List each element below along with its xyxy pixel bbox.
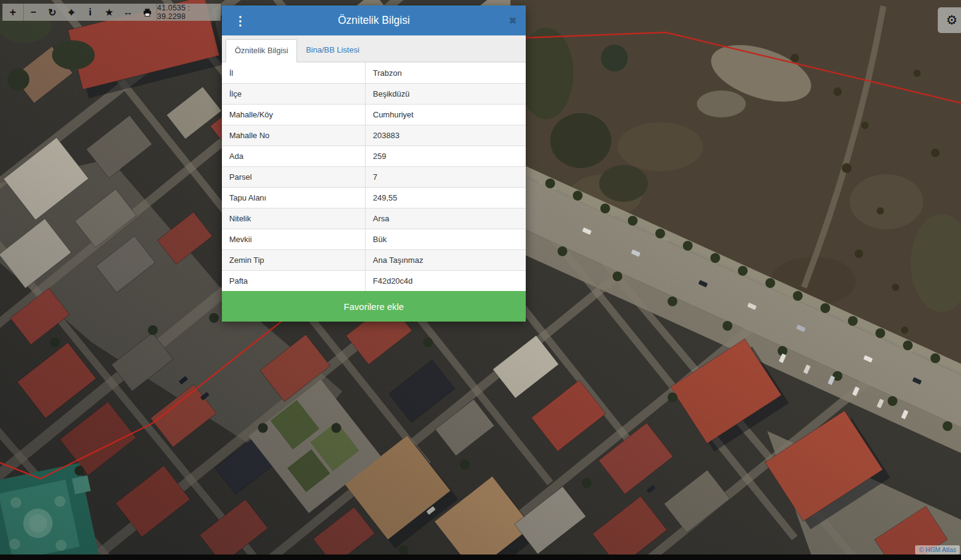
map-toolbar: + − ↻ ⌖ i ★ ↔ 41.0535 : 39.2298 bbox=[2, 4, 221, 21]
row-label: Parsel bbox=[222, 167, 365, 187]
tab-bina-bb-listesi[interactable]: Bina/BB Listesi bbox=[297, 39, 367, 62]
row-value: Ana Taşınmaz bbox=[365, 250, 526, 270]
minus-icon: − bbox=[31, 7, 36, 18]
refresh-icon: ↻ bbox=[48, 7, 56, 18]
row-label: Mahalle/Köy bbox=[222, 105, 365, 125]
table-row: Nitelik Arsa bbox=[222, 208, 526, 229]
star-icon: ★ bbox=[105, 7, 113, 17]
crosshair-icon: ⌖ bbox=[68, 6, 74, 19]
measure-button[interactable]: ↔ bbox=[119, 4, 138, 21]
zoom-in-button[interactable]: + bbox=[2, 4, 23, 21]
settings-button[interactable]: ⚙ bbox=[938, 7, 961, 33]
row-value: 7 bbox=[365, 167, 526, 187]
row-label: Pafta bbox=[222, 271, 365, 291]
tab-oznitelik-bilgisi[interactable]: Öznitelik Bilgisi bbox=[226, 39, 297, 62]
modal-title: Öznitelik Bilgisi bbox=[222, 14, 526, 27]
row-value: Cumhuriyet bbox=[365, 105, 526, 125]
row-label: Nitelik bbox=[222, 208, 365, 229]
gear-icon: ⚙ bbox=[946, 13, 958, 28]
print-button[interactable] bbox=[138, 4, 156, 21]
add-to-favorites-button[interactable]: Favorilere ekle bbox=[222, 291, 526, 322]
modal-header[interactable]: ⋮ Öznitelik Bilgisi ✖ bbox=[222, 6, 526, 35]
table-row: Tapu Alanı 249,55 bbox=[222, 187, 526, 208]
locate-button[interactable]: ⌖ bbox=[62, 4, 81, 21]
table-row: Ada 259 bbox=[222, 146, 526, 166]
row-value: 203883 bbox=[365, 125, 526, 146]
left-right-arrow-icon: ↔ bbox=[123, 7, 133, 18]
row-value: 259 bbox=[365, 146, 526, 166]
table-row: İlçe Beşikdüzü bbox=[222, 83, 526, 104]
kebab-menu-icon[interactable]: ⋮ bbox=[234, 6, 246, 35]
attribute-modal: ⋮ Öznitelik Bilgisi ✖ Öznitelik Bilgisi … bbox=[222, 6, 526, 322]
row-label: Mevkii bbox=[222, 229, 365, 249]
row-value: 249,55 bbox=[365, 188, 526, 208]
attribute-table: İl Trabzon İlçe Beşikdüzü Mahalle/Köy Cu… bbox=[222, 62, 526, 291]
favorites-button[interactable]: ★ bbox=[100, 4, 119, 21]
row-label: Ada bbox=[222, 146, 365, 166]
table-row: Pafta F42d20c4d bbox=[222, 270, 526, 291]
row-label: İlçe bbox=[222, 84, 365, 104]
refresh-button[interactable]: ↻ bbox=[43, 4, 62, 21]
table-row: Mevkii Bük bbox=[222, 229, 526, 249]
table-row: İl Trabzon bbox=[222, 62, 526, 83]
zoom-out-button[interactable]: − bbox=[24, 4, 43, 21]
row-label: İl bbox=[222, 62, 365, 83]
printer-icon bbox=[142, 8, 152, 17]
table-row: Mahalle No 203883 bbox=[222, 125, 526, 146]
info-icon: i bbox=[89, 7, 91, 18]
map-edge-strip bbox=[0, 554, 961, 560]
table-row: Parsel 7 bbox=[222, 166, 526, 187]
row-value: Trabzon bbox=[365, 62, 526, 83]
table-row: Zemin Tip Ana Taşınmaz bbox=[222, 249, 526, 270]
coordinates-readout: 41.0535 : 39.2298 bbox=[157, 4, 221, 21]
info-button[interactable]: i bbox=[81, 4, 100, 21]
plus-icon: + bbox=[10, 6, 17, 19]
modal-tabbar: Öznitelik Bilgisi Bina/BB Listesi bbox=[222, 35, 526, 62]
close-icon[interactable]: ✖ bbox=[509, 6, 517, 35]
table-row: Mahalle/Köy Cumhuriyet bbox=[222, 104, 526, 125]
map-attribution-link[interactable]: © HGM Atlas bbox=[915, 545, 960, 554]
row-value: Beşikdüzü bbox=[365, 84, 526, 104]
row-label: Tapu Alanı bbox=[222, 188, 365, 208]
row-label: Zemin Tip bbox=[222, 250, 365, 270]
row-value: Bük bbox=[365, 229, 526, 249]
row-value: F42d20c4d bbox=[365, 271, 526, 291]
row-value: Arsa bbox=[365, 208, 526, 229]
row-label: Mahalle No bbox=[222, 125, 365, 146]
